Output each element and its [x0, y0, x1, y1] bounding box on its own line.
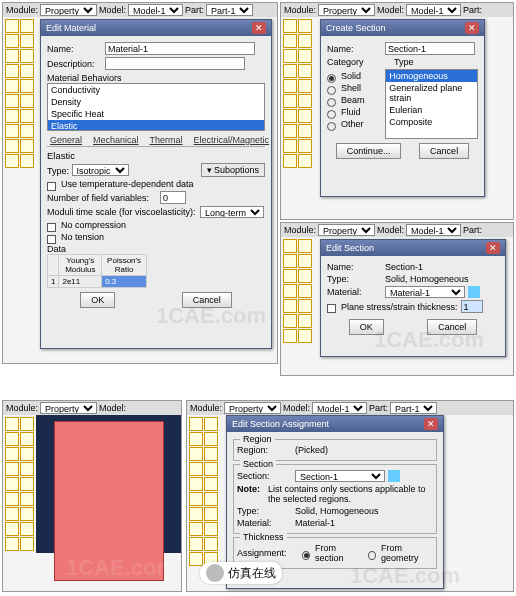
material-value: Material-1 [295, 518, 335, 528]
material-behaviors-label: Material Behaviors [47, 73, 265, 83]
fieldvars-input[interactable] [160, 191, 186, 204]
fromsec-radio[interactable] [302, 551, 310, 560]
tool-icon[interactable] [20, 49, 34, 63]
section-heading: Section [240, 459, 276, 469]
material-label: Material: [237, 518, 292, 528]
use-temp-checkbox[interactable] [47, 182, 56, 191]
cat-shell-radio[interactable] [327, 86, 336, 95]
tool-icon[interactable] [20, 34, 34, 48]
tool-icon[interactable] [5, 49, 19, 63]
type-combo[interactable]: Isotropic [72, 164, 129, 176]
toolbox-left [281, 237, 314, 345]
tool-icon[interactable] [5, 94, 19, 108]
tab-thermal[interactable]: Thermal [147, 134, 186, 146]
model-label: Model: [99, 5, 126, 15]
nocomp-checkbox[interactable] [47, 223, 56, 232]
tool-icon[interactable] [20, 109, 34, 123]
dialog-title: Edit Section Assignment [232, 419, 329, 429]
nocomp-label: No compression [61, 220, 126, 230]
noten-checkbox[interactable] [47, 235, 56, 244]
suboptions-button[interactable]: ▾ Suboptions [201, 163, 265, 177]
tool-icon[interactable] [20, 154, 34, 168]
tab-general[interactable]: General [47, 134, 85, 146]
model-combo[interactable]: Model-1 [406, 4, 461, 16]
tab-em[interactable]: Electrical/Magnetic [191, 134, 273, 146]
tool-icon[interactable] [5, 154, 19, 168]
name-input[interactable] [385, 42, 475, 55]
name-value: Section-1 [385, 262, 423, 272]
continue-button[interactable]: Continue... [336, 143, 402, 159]
tool-icon[interactable] [5, 64, 19, 78]
tool-icon[interactable] [20, 19, 34, 33]
module-combo[interactable]: Property [40, 4, 97, 16]
create-section-icon[interactable] [388, 470, 400, 482]
material-label: Material: [327, 287, 382, 297]
elastic-heading: Elastic [47, 150, 265, 161]
viewport[interactable]: 1CAE.com [36, 415, 181, 553]
list-item[interactable]: Elastic [48, 120, 264, 131]
toolbox-left [187, 415, 220, 568]
fromgeom-radio[interactable] [368, 551, 376, 560]
col-pr: Poisson's Ratio [102, 255, 147, 276]
moduli-combo[interactable]: Long-term [200, 206, 264, 218]
create-material-icon[interactable] [468, 286, 480, 298]
ok-button[interactable]: OK [80, 292, 115, 308]
note-text: List contains only sections applicable t… [268, 484, 433, 504]
data-heading: Data [47, 244, 265, 254]
section-combo[interactable]: Section-1 [295, 470, 385, 482]
ym-cell[interactable]: 2e11 [59, 276, 102, 288]
tool-icon[interactable] [5, 109, 19, 123]
list-item[interactable]: Eulerian [386, 104, 477, 116]
tool-icon[interactable] [5, 79, 19, 93]
tool-icon[interactable] [20, 94, 34, 108]
cancel-button[interactable]: Cancel [419, 143, 469, 159]
close-icon[interactable]: ✕ [252, 22, 266, 34]
desc-input[interactable] [105, 57, 245, 70]
cat-fluid-radio[interactable] [327, 110, 336, 119]
tool-icon[interactable] [5, 19, 19, 33]
list-item[interactable]: Conductivity [48, 84, 264, 96]
list-item[interactable]: Composite [386, 116, 477, 128]
tab-mechanical[interactable]: Mechanical [90, 134, 142, 146]
tool-icon[interactable] [5, 124, 19, 138]
list-item[interactable]: Specific Heat [48, 108, 264, 120]
tool-icon[interactable] [5, 139, 19, 153]
tool-icon[interactable] [20, 64, 34, 78]
cat-other-radio[interactable] [327, 122, 336, 131]
list-item[interactable]: Homogeneous [386, 70, 477, 82]
close-icon[interactable]: ✕ [424, 418, 438, 430]
tool-icon[interactable] [5, 34, 19, 48]
model-combo[interactable]: Model-1 [128, 4, 183, 16]
type-label: Type: [47, 166, 69, 176]
tool-icon[interactable] [20, 124, 34, 138]
cat-beam-radio[interactable] [327, 98, 336, 107]
material-combo[interactable]: Material-1 [385, 286, 465, 298]
ps-checkbox[interactable] [327, 304, 336, 313]
part-combo[interactable]: Part-1 [206, 4, 253, 16]
list-item[interactable]: Density [48, 96, 264, 108]
close-icon[interactable]: ✕ [486, 242, 500, 254]
pr-cell[interactable]: 0.3 [102, 276, 147, 288]
module-combo[interactable]: Property [40, 402, 97, 414]
tool-icon[interactable] [20, 79, 34, 93]
watermark: 1CAE.com [350, 563, 460, 589]
toolbox-left [281, 17, 314, 170]
tool-icon[interactable] [20, 139, 34, 153]
type-list: Homogeneous Generalized plane strain Eul… [385, 69, 478, 139]
model-combo[interactable]: Model-1 [406, 224, 461, 236]
name-input[interactable] [105, 42, 255, 55]
module-combo[interactable]: Property [224, 402, 281, 414]
module-combo[interactable]: Property [318, 4, 375, 16]
model-combo[interactable]: Model-1 [312, 402, 367, 414]
behaviors-list: Conductivity Density Specific Heat Elast… [47, 83, 265, 131]
list-item[interactable]: Generalized plane strain [386, 82, 477, 104]
part-combo[interactable]: Part-1 [390, 402, 437, 414]
dialog-title: Create Section [326, 23, 386, 33]
name-label: Name: [47, 44, 102, 54]
close-icon[interactable]: ✕ [465, 22, 479, 34]
cat-solid-radio[interactable] [327, 74, 336, 83]
ps-label: Plane stress/strain thickness: [341, 302, 458, 312]
module-combo[interactable]: Property [318, 224, 375, 236]
ps-input[interactable] [461, 300, 483, 313]
data-table: Young's Modulus Poisson's Ratio 12e11 0.… [47, 254, 147, 288]
